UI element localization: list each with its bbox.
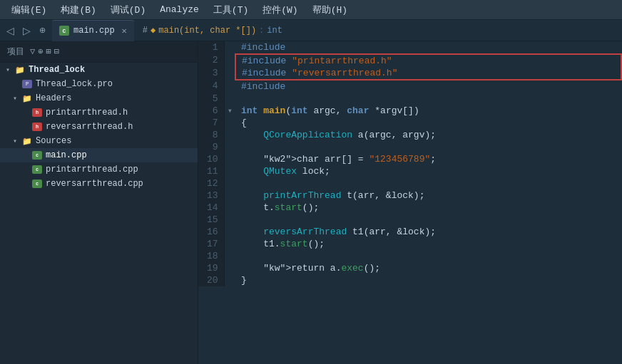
line-arrow-13 bbox=[224, 189, 235, 202]
headers-folder-icon: 📁 bbox=[21, 93, 33, 103]
code-line-3: 3#include "reversarrthread.h" bbox=[198, 67, 621, 80]
sidebar-collapse-icon: ⊟ bbox=[54, 46, 59, 57]
line-number-17: 17 bbox=[198, 238, 224, 250]
line-code-7: { bbox=[235, 117, 621, 129]
line-arrow-11 bbox=[224, 165, 235, 177]
menu-item-controls[interactable]: 控件(W) bbox=[257, 2, 303, 18]
tree-node-main-cpp[interactable]: c main.cpp bbox=[0, 148, 198, 162]
breadcrumb-hash: # bbox=[143, 26, 148, 36]
nav-forward-button[interactable]: ▷ bbox=[19, 24, 34, 38]
code-line-5: 5 bbox=[198, 93, 621, 105]
breadcrumb-separator: : bbox=[259, 26, 264, 36]
tree-label-pro: Thread_lock.pro bbox=[36, 79, 113, 89]
line-number-3: 3 bbox=[198, 67, 224, 80]
code-line-19: 19 "kw">return a.exec(); bbox=[198, 262, 621, 274]
line-number-14: 14 bbox=[198, 202, 224, 214]
folder-icon: 📁 bbox=[14, 65, 26, 75]
line-number-19: 19 bbox=[198, 262, 224, 274]
line-code-10: "kw2">char arr[] = "123456789"; bbox=[235, 153, 621, 165]
breadcrumb-diamond-icon: ◆ bbox=[151, 25, 156, 36]
menu-item-build[interactable]: 构建(B) bbox=[55, 2, 101, 18]
sidebar-link-icon: ⊕ bbox=[38, 46, 43, 57]
tree-label-main-cpp: main.cpp bbox=[46, 150, 87, 160]
code-line-16: 16 reversArrThread t1(arr, &lock); bbox=[198, 226, 621, 238]
h-file-icon-1: h bbox=[31, 108, 43, 118]
tree-node-reversarrthread-h[interactable]: h reversarrthread.h bbox=[0, 120, 198, 134]
active-tab[interactable]: C main.cpp ✕ bbox=[52, 20, 134, 41]
line-arrow-18 bbox=[224, 250, 235, 262]
sidebar-title: 项目 bbox=[7, 46, 24, 58]
menu-item-debug[interactable]: 调试(D) bbox=[105, 2, 151, 18]
line-arrow-19 bbox=[224, 262, 235, 274]
line-number-7: 7 bbox=[198, 117, 224, 129]
breadcrumb-function: main(int, char *[]) bbox=[158, 26, 256, 36]
line-arrow-20 bbox=[224, 274, 235, 286]
line-arrow-8 bbox=[224, 129, 235, 141]
line-arrow-10 bbox=[224, 153, 235, 165]
tree-label-printarrthread-cpp: printarrthread.cpp bbox=[46, 165, 138, 175]
line-code-18 bbox=[235, 250, 621, 262]
tree-node-reversarrthread-cpp[interactable]: c reversarrthread.cpp bbox=[0, 177, 198, 191]
menu-item-help[interactable]: 帮助(H) bbox=[307, 2, 353, 18]
tree-label-thread-lock: Thread_lock bbox=[29, 65, 85, 75]
tree-label-reversarrthread-cpp: reversarrthread.cpp bbox=[46, 179, 143, 189]
code-line-11: 11 QMutex lock; bbox=[198, 165, 621, 177]
tree-headers-arrow: ▾ bbox=[13, 94, 21, 103]
line-number-8: 8 bbox=[198, 129, 224, 141]
line-code-17: t1.start(); bbox=[235, 238, 621, 250]
line-code-14: t.start(); bbox=[235, 202, 621, 214]
line-number-15: 15 bbox=[198, 214, 224, 226]
tree-label-sources: Sources bbox=[36, 136, 71, 146]
menu-item-analyze[interactable]: Analyze bbox=[154, 3, 205, 16]
nav-back-button[interactable]: ◁ bbox=[3, 24, 18, 38]
tab-filename: main.cpp bbox=[73, 26, 115, 36]
line-number-18: 18 bbox=[198, 250, 224, 262]
menu-item-edit[interactable]: 编辑(E) bbox=[6, 2, 52, 18]
line-number-13: 13 bbox=[198, 189, 224, 202]
tree-node-pro[interactable]: P Thread_lock.pro bbox=[0, 77, 198, 91]
line-code-20: } bbox=[235, 274, 621, 286]
line-code-4: #include bbox=[235, 80, 621, 93]
sources-folder-icon: 📁 bbox=[21, 136, 33, 146]
line-number-4: 4 bbox=[198, 80, 224, 93]
tree-node-printarrthread-h[interactable]: h printarrthread.h bbox=[0, 105, 198, 120]
code-line-8: 8 QCoreApplication a(argc, argv); bbox=[198, 129, 621, 141]
line-code-9 bbox=[235, 141, 621, 153]
tree-node-printarrthread-cpp[interactable]: c printarrthread.cpp bbox=[0, 162, 198, 177]
line-arrow-4 bbox=[224, 80, 235, 93]
cpp-file-icon-print: c bbox=[31, 165, 43, 175]
cpp-file-icon-revers: c bbox=[31, 179, 43, 189]
line-code-1: #include bbox=[235, 41, 621, 54]
line-arrow-9 bbox=[224, 141, 235, 153]
tabbar: ◁ ▷ ⊕ C main.cpp ✕ # ◆ main(int, char *[… bbox=[0, 20, 622, 41]
main-layout: 项目 ▽ ⊕ ⊞ ⊟ ▾ 📁 Thread_lock P Thread_lock… bbox=[0, 41, 622, 364]
tree-sources-arrow: ▾ bbox=[13, 137, 21, 145]
code-table: 1#include 2#include "printarrthread.h"3#… bbox=[198, 41, 622, 286]
line-number-6: 6 bbox=[198, 105, 224, 117]
code-line-15: 15 bbox=[198, 214, 621, 226]
code-line-20: 20} bbox=[198, 274, 621, 286]
tree-node-headers[interactable]: ▾ 📁 Headers bbox=[0, 91, 198, 105]
line-code-16: reversArrThread t1(arr, &lock); bbox=[235, 226, 621, 238]
tree-arrow-icon: ▾ bbox=[6, 66, 14, 74]
nav-extra-button[interactable]: ⊕ bbox=[36, 24, 49, 36]
line-code-3: #include "reversarrthread.h" bbox=[235, 67, 621, 80]
code-editor[interactable]: 1#include 2#include "printarrthread.h"3#… bbox=[198, 41, 622, 364]
line-number-16: 16 bbox=[198, 226, 224, 238]
line-arrow-16 bbox=[224, 226, 235, 238]
line-code-15 bbox=[235, 214, 621, 226]
code-line-6: 6▾int main(int argc, char *argv[]) bbox=[198, 105, 621, 117]
line-arrow-1 bbox=[224, 41, 235, 54]
code-line-9: 9 bbox=[198, 141, 621, 153]
tree-node-sources[interactable]: ▾ 📁 Sources bbox=[0, 134, 198, 148]
tab-close-button[interactable]: ✕ bbox=[122, 26, 127, 36]
line-number-2: 2 bbox=[198, 54, 224, 67]
tree-node-thread-lock[interactable]: ▾ 📁 Thread_lock bbox=[0, 63, 198, 77]
tree-label-headers: Headers bbox=[36, 93, 71, 103]
code-line-10: 10 "kw2">char arr[] = "123456789"; bbox=[198, 153, 621, 165]
line-arrow-3 bbox=[224, 67, 235, 80]
line-arrow-12 bbox=[224, 177, 235, 189]
code-line-18: 18 bbox=[198, 250, 621, 262]
line-number-11: 11 bbox=[198, 165, 224, 177]
menu-item-tools[interactable]: 工具(T) bbox=[208, 2, 254, 18]
